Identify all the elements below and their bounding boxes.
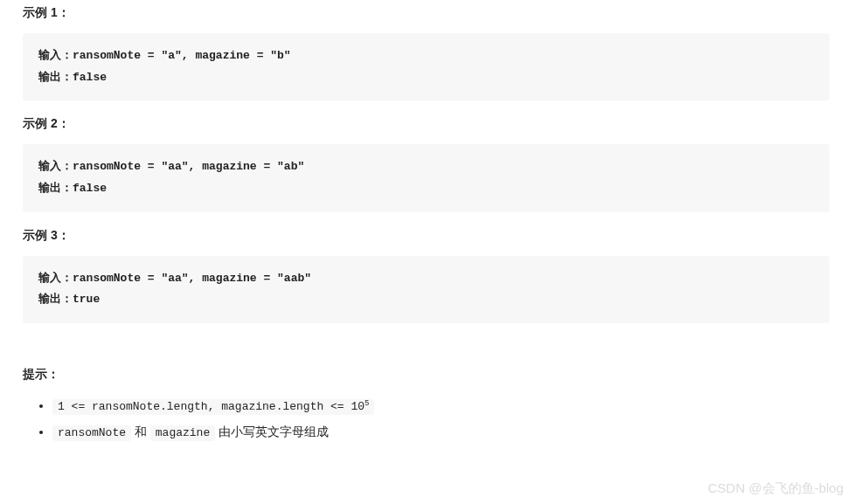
output-label: 输出： [38,293,73,306]
example-1-code: 输入：ransomNote = "a", magazine = "b" 输出：f… [23,33,830,100]
tips-heading: 提示： [23,367,854,383]
input-label: 输入： [38,49,73,62]
example-3-heading: 示例 3： [23,228,854,244]
output-value: false [73,71,107,84]
output-value: true [73,293,100,306]
watermark: CSDN @会飞的鱼-blog [708,480,844,497]
input-value: ransomNote = "aa", magazine = "ab" [73,160,304,173]
example-2-code: 输入：ransomNote = "aa", magazine = "ab" 输出… [23,144,830,211]
tips-list: 1 <= ransomNote.length, magazine.length … [23,395,854,443]
input-value: ransomNote = "aa", magazine = "aab" [73,272,311,285]
input-label: 输入： [38,160,73,173]
example-3-code: 输入：ransomNote = "aa", magazine = "aab" 输… [23,256,830,323]
output-label: 输出： [38,71,73,84]
output-value: false [73,182,107,195]
example-2-heading: 示例 2： [23,116,854,132]
output-label: 输出： [38,182,73,195]
example-1-heading: 示例 1： [23,5,854,21]
constraint-var1-code: ransomNote [52,425,131,441]
list-item: 1 <= ransomNote.length, magazine.length … [52,395,854,417]
constraint-length-code: 1 <= ransomNote.length, magazine.length … [52,399,374,415]
input-value: ransomNote = "a", magazine = "b" [73,49,291,62]
constraint-var2-code: magazine [150,425,215,441]
constraint-mid: 和 [131,425,150,438]
constraint-tail: 由小写英文字母组成 [215,425,329,438]
list-item: ransomNote 和 magazine 由小写英文字母组成 [52,421,854,443]
input-label: 输入： [38,272,73,285]
